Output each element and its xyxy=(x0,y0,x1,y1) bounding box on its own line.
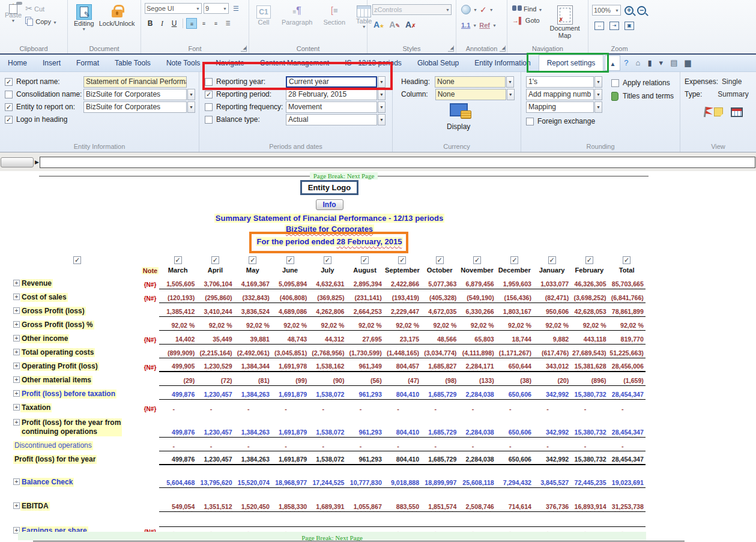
info-button[interactable]: Info xyxy=(316,199,343,210)
logo-in-heading-checkbox[interactable]: ✓ xyxy=(5,116,13,124)
reporting-frequency-field[interactable]: Movement xyxy=(286,101,377,113)
tab-format[interactable]: Format xyxy=(68,55,107,71)
tickmark-icon[interactable]: ✓ xyxy=(480,5,487,14)
add-mapping-field[interactable]: Add mapping numb xyxy=(526,89,594,100)
tab-insert[interactable]: Insert xyxy=(35,55,68,71)
field-dropdown-button[interactable]: ▼ xyxy=(378,114,386,125)
tab-is-12-13-periods[interactable]: IS - 12/13 periods xyxy=(337,55,410,71)
underline-button[interactable]: U xyxy=(169,18,180,29)
expand-icon[interactable]: + xyxy=(13,280,20,286)
fit-width-icon[interactable]: ↔ xyxy=(594,22,604,30)
currency-column-field[interactable]: None xyxy=(435,89,506,100)
mapping-dropdown[interactable]: ▼ xyxy=(594,101,602,113)
currency-heading-dropdown[interactable]: ▼ xyxy=(506,76,514,88)
entity-to-report-on-checkbox[interactable]: ✓ xyxy=(5,103,13,111)
folder-icon[interactable]: ▆ xyxy=(681,55,694,71)
paragraph-button[interactable]: ≡¶Paragraph xyxy=(279,4,315,31)
month-column-checkbox[interactable]: ✓ xyxy=(436,256,444,264)
expand-icon[interactable]: + xyxy=(13,335,20,342)
label-column-checkbox[interactable]: ✓ xyxy=(73,256,81,264)
tab-table-tools[interactable]: Table Tools xyxy=(107,55,159,71)
numbering-icon[interactable]: 1.1 xyxy=(461,22,470,29)
expand-icon[interactable]: + xyxy=(13,502,20,509)
section-button[interactable]: [≡Section xyxy=(321,4,348,31)
expand-icon[interactable]: + xyxy=(13,349,20,355)
field-dropdown-button[interactable]: ▼ xyxy=(378,76,386,88)
balance-type-checkbox[interactable] xyxy=(205,116,213,124)
expand-icon[interactable]: + xyxy=(13,390,20,397)
align-left-button[interactable]: ≡ xyxy=(186,18,197,29)
bold-button[interactable]: B xyxy=(145,18,156,29)
fit-selection-icon[interactable]: ▣ xyxy=(624,22,634,30)
type-value[interactable]: Summary xyxy=(718,90,748,98)
copy-button[interactable]: Copy ▼ xyxy=(25,17,57,26)
tab-home[interactable]: Home xyxy=(0,55,35,71)
balance-type-field[interactable]: Actual xyxy=(286,114,377,125)
month-column-checkbox[interactable]: ✓ xyxy=(286,256,294,264)
month-column-checkbox[interactable]: ✓ xyxy=(324,256,331,264)
field-dropdown-button[interactable]: ▼ xyxy=(378,89,386,100)
currency-column-dropdown[interactable]: ▼ xyxy=(507,89,515,100)
paste-button[interactable]: Paste ▼ xyxy=(2,2,24,26)
expenses-value[interactable]: Single xyxy=(722,77,742,86)
goto-button[interactable]: →▌ Goto xyxy=(512,17,542,24)
font-size-combo[interactable]: 9▼ xyxy=(204,3,229,14)
tab-entity-information[interactable]: Entity Information xyxy=(467,55,538,71)
tab-note-tools[interactable]: Note Tools xyxy=(159,55,208,71)
month-column-checkbox[interactable]: ✓ xyxy=(585,256,593,264)
styles-dialog-launcher[interactable]: ◢ xyxy=(448,46,454,52)
font-family-combo[interactable]: Segoe UI▼ xyxy=(145,3,202,14)
apply-relations-checkbox[interactable] xyxy=(611,79,619,87)
help-icon[interactable]: ? xyxy=(620,55,632,71)
reporting-year-field[interactable]: Current year xyxy=(286,76,377,88)
month-column-checkbox[interactable]: ✓ xyxy=(398,256,406,264)
zoom-out-icon[interactable]: − xyxy=(637,6,646,15)
field-dropdown-button[interactable]: ▼ xyxy=(187,89,195,100)
month-column-checkbox[interactable]: ✓ xyxy=(249,256,256,264)
annotation-dialog-launcher[interactable]: ◢ xyxy=(500,46,506,52)
month-column-checkbox[interactable]: ✓ xyxy=(361,256,369,264)
new-style-icon[interactable]: A★ xyxy=(373,20,384,29)
reporting-frequency-checkbox[interactable] xyxy=(205,103,213,111)
cut-button[interactable]: ✂ Cut xyxy=(25,4,57,13)
mapping-field[interactable]: Mapping xyxy=(526,101,594,113)
expand-icon[interactable]: + xyxy=(13,307,20,314)
entity-to-report-on-field[interactable]: BizSuite for Corporates xyxy=(83,101,187,113)
find-button[interactable]: Find ▼ xyxy=(512,4,542,13)
expand-icon[interactable]: + xyxy=(13,363,20,369)
month-column-checkbox[interactable]: ✓ xyxy=(510,256,518,264)
horizontal-scrollbar-thumb[interactable] xyxy=(1,157,34,167)
home-icon[interactable]: ⌂ xyxy=(632,55,644,71)
scrollbar-arrow-icon[interactable]: ▶ xyxy=(35,159,39,165)
month-column-checkbox[interactable]: ✓ xyxy=(211,256,219,264)
document-map-button[interactable]: ✗ Document Map xyxy=(547,4,582,41)
tab-content-management[interactable]: Content Management xyxy=(252,55,337,71)
tab-navigate[interactable]: Navigate xyxy=(208,55,252,71)
rounding-level-dropdown[interactable]: ▼ xyxy=(594,76,602,88)
month-column-checkbox[interactable]: ✓ xyxy=(623,256,631,264)
comment-icon[interactable] xyxy=(461,5,471,14)
foreign-exchange-checkbox[interactable] xyxy=(526,118,534,125)
month-column-checkbox[interactable]: ✓ xyxy=(473,256,481,264)
edit-style-icon[interactable]: A✎ xyxy=(389,20,400,29)
align-right-button[interactable]: ≡ xyxy=(210,18,221,29)
currency-heading-field[interactable]: None xyxy=(435,76,506,88)
entity-logo-button[interactable]: Entity Logo xyxy=(300,180,359,195)
expand-icon[interactable]: + xyxy=(13,419,20,426)
consolidation-name-field[interactable]: BizSuite for Corporates xyxy=(83,89,187,100)
zoom-level-combo[interactable]: 100%▼ xyxy=(592,5,621,16)
expand-icon[interactable]: + xyxy=(13,376,20,383)
currency-display-button[interactable]: Display xyxy=(447,103,470,131)
tab-global-setup[interactable]: Global Setup xyxy=(410,55,467,71)
expand-icon[interactable]: + xyxy=(13,294,20,300)
delete-style-icon[interactable]: A✗ xyxy=(405,20,416,29)
reporting-year-checkbox[interactable] xyxy=(205,78,213,86)
lock-unlock-button[interactable]: Lock/Unlock xyxy=(97,2,138,33)
expand-icon[interactable]: + xyxy=(13,478,20,485)
font-dialog-launcher[interactable]: ◢ xyxy=(241,46,247,52)
expand-icon[interactable]: + xyxy=(13,404,20,411)
fit-page-icon[interactable]: ⇥ xyxy=(609,22,619,30)
align-center-button[interactable]: ≡ xyxy=(198,18,209,29)
italic-button[interactable]: I xyxy=(157,18,168,29)
month-column-checkbox[interactable]: ✓ xyxy=(548,256,556,264)
